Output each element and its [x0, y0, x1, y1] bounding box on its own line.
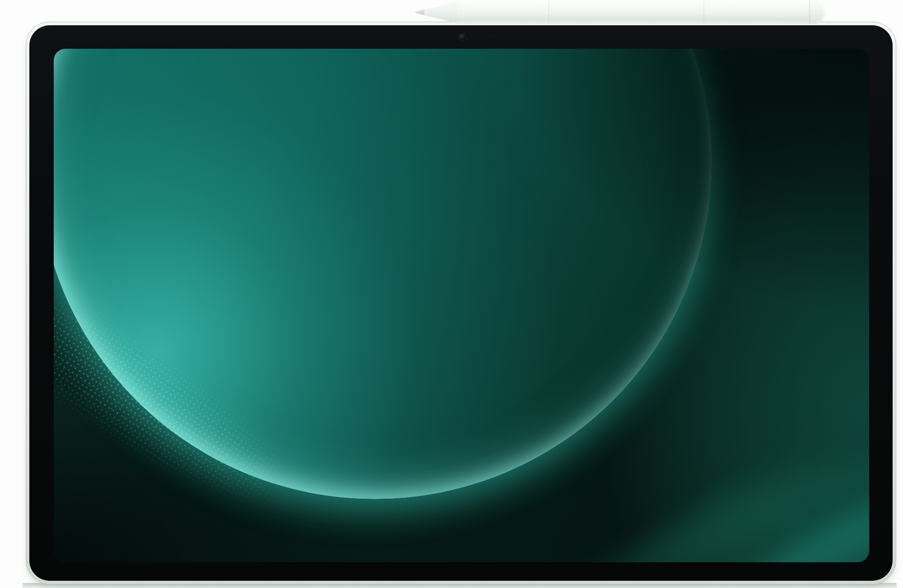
stylus-nib [414, 9, 424, 15]
light-sensor-icon [488, 35, 492, 39]
page-background [0, 0, 903, 588]
stylus-seam-line [548, 0, 549, 24]
stylus-seam-line [703, 0, 704, 24]
tablet-screen [54, 49, 869, 562]
stylus-body [457, 0, 810, 24]
stylus-pen [414, 0, 862, 24]
front-camera-icon [459, 33, 466, 41]
tablet-device [26, 22, 896, 584]
stylus-end-cap [809, 0, 826, 24]
